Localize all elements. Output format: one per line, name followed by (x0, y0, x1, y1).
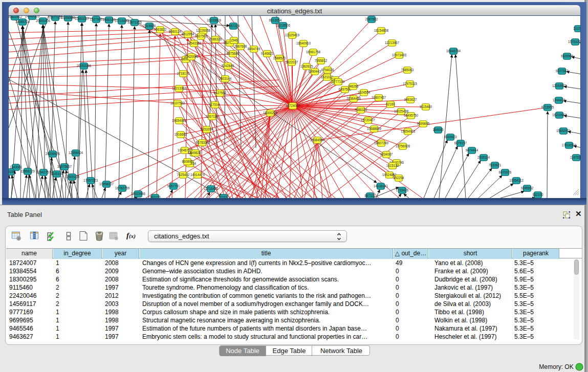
svg-text:16154808: 16154808 (374, 29, 389, 32)
svg-text:20053346: 20053346 (77, 64, 92, 68)
svg-text:12213967: 12213967 (385, 41, 400, 45)
svg-text:8375685: 8375685 (227, 52, 239, 55)
svg-text:1733426: 1733426 (396, 188, 409, 192)
svg-text:11568129: 11568129 (20, 169, 35, 173)
svg-text:8813054: 8813054 (269, 18, 282, 22)
svg-text:13654923: 13654923 (401, 129, 416, 133)
svg-text:252254: 252254 (393, 176, 404, 180)
svg-text:10807457: 10807457 (372, 96, 386, 99)
svg-text:7663822: 7663822 (154, 28, 167, 31)
svg-text:16648784: 16648784 (446, 49, 461, 53)
svg-text:9463627: 9463627 (404, 98, 417, 101)
svg-text:13325419: 13325419 (285, 33, 300, 37)
svg-text:1145194: 1145194 (51, 172, 63, 176)
svg-text:9777109: 9777109 (332, 80, 345, 83)
svg-text:19756928: 19756928 (396, 144, 410, 148)
svg-text:17016504: 17016504 (562, 143, 577, 147)
svg-text:10958107: 10958107 (99, 182, 114, 186)
svg-text:9034067: 9034067 (380, 152, 393, 156)
svg-text:22420046: 22420046 (184, 55, 199, 58)
svg-text:9146821: 9146821 (261, 52, 274, 55)
svg-text:8933923: 8933923 (444, 135, 457, 139)
svg-text:2935114: 2935114 (477, 156, 490, 159)
svg-text:932100: 932100 (532, 193, 543, 196)
svg-text:8678334: 8678334 (196, 141, 209, 144)
svg-text:887321: 887321 (364, 194, 376, 198)
svg-text:18724007: 18724007 (286, 104, 300, 107)
svg-text:9699695: 9699695 (417, 122, 430, 125)
svg-text:7857224: 7857224 (227, 24, 240, 28)
svg-text:9327503: 9327503 (195, 34, 208, 38)
svg-text:20364436: 20364436 (346, 97, 361, 100)
svg-text:9227343: 9227343 (556, 69, 569, 73)
svg-text:12505135: 12505135 (65, 175, 80, 179)
svg-text:2087682: 2087682 (365, 17, 378, 21)
svg-text:8471676: 8471676 (499, 170, 512, 174)
svg-text:16782759: 16782759 (115, 186, 130, 190)
svg-text:1546: 1546 (230, 38, 238, 42)
svg-text:6794028: 6794028 (321, 68, 334, 72)
svg-text:1615132: 1615132 (386, 164, 399, 167)
svg-text:8242848: 8242848 (222, 64, 234, 68)
svg-text:8912954: 8912954 (182, 32, 194, 36)
svg-text:12942757: 12942757 (36, 170, 51, 174)
svg-text:12359924: 12359924 (69, 151, 83, 155)
svg-text:746266: 746266 (347, 84, 359, 88)
svg-text:2867608: 2867608 (234, 45, 247, 48)
svg-text:9329966: 9329966 (561, 54, 574, 58)
svg-text:15751074: 15751074 (568, 40, 580, 43)
svg-text:95822412: 95822412 (9, 16, 22, 18)
svg-text:20206576: 20206576 (46, 152, 60, 156)
svg-text:149822: 149822 (190, 151, 201, 155)
svg-text:14914479: 14914479 (190, 173, 205, 177)
svg-text:14055724: 14055724 (15, 20, 30, 24)
svg-text:16210643: 16210643 (552, 113, 567, 117)
svg-text:6679197: 6679197 (454, 141, 467, 145)
svg-text:11125..: 11125.. (573, 27, 580, 30)
svg-text:12213363: 12213363 (172, 86, 187, 90)
svg-text:24942603: 24942603 (25, 16, 40, 18)
svg-text:2718176: 2718176 (177, 72, 190, 75)
svg-text:7485063: 7485063 (401, 68, 414, 72)
svg-text:9657791: 9657791 (167, 184, 180, 188)
svg-text:9245652: 9245652 (521, 186, 534, 190)
svg-text:1624554: 1624554 (358, 91, 371, 94)
svg-text:1343001: 1343001 (10, 165, 23, 169)
svg-text:2803144: 2803144 (219, 77, 232, 80)
svg-text:14136141: 14136141 (374, 184, 388, 188)
svg-text:10654112: 10654112 (509, 179, 524, 182)
svg-text:1588520: 1588520 (273, 56, 286, 60)
svg-text:1527602: 1527602 (90, 17, 103, 21)
svg-text:772310: 772310 (218, 195, 229, 198)
svg-text:5322037: 5322037 (286, 60, 298, 64)
svg-text:860893: 860893 (182, 160, 193, 163)
svg-text:16495750: 16495750 (404, 114, 419, 117)
svg-text:8454749: 8454749 (248, 47, 260, 51)
svg-text:16640910: 16640910 (296, 41, 311, 45)
svg-text:15720407: 15720407 (361, 118, 376, 122)
svg-text:17975115: 17975115 (403, 82, 417, 85)
svg-text:1167533: 1167533 (570, 156, 580, 159)
svg-text:15692971: 15692971 (556, 129, 571, 133)
svg-text:8215955: 8215955 (541, 105, 554, 109)
svg-text:10973493: 10973493 (392, 53, 407, 57)
svg-text:164095: 164095 (432, 128, 444, 132)
svg-text:9153394: 9153394 (201, 127, 213, 131)
svg-text:19384554: 19384554 (310, 138, 325, 142)
svg-text:8427552: 8427552 (214, 91, 227, 95)
svg-text:19218506: 19218506 (276, 24, 291, 27)
svg-text:9474444: 9474444 (466, 148, 478, 152)
svg-text:10688609: 10688609 (367, 127, 382, 130)
svg-text:10025438: 10025438 (394, 110, 409, 113)
svg-text:987223: 987223 (149, 195, 161, 198)
svg-text:16107533: 16107533 (170, 101, 185, 105)
svg-text:39154: 39154 (9, 170, 15, 173)
svg-text:1244415: 1244415 (553, 98, 565, 102)
svg-text:16671355: 16671355 (127, 20, 142, 24)
svg-text:7632621: 7632621 (489, 163, 502, 167)
svg-text:7386322: 7386322 (355, 108, 367, 112)
svg-text:30975857: 30975857 (57, 165, 72, 168)
svg-text:10543362: 10543362 (187, 41, 202, 45)
svg-text:17957223: 17957223 (83, 179, 98, 182)
svg-text:7955812: 7955812 (315, 59, 328, 62)
